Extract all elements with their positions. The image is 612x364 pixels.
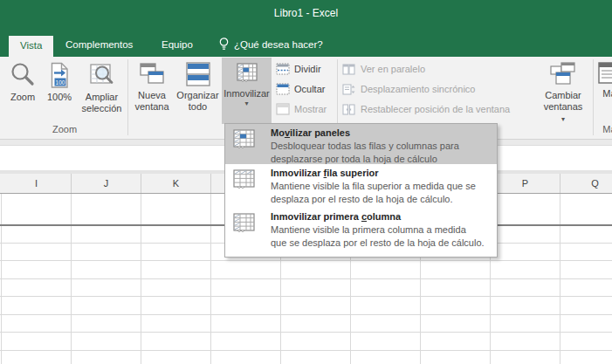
- macros-icon: [598, 61, 612, 86]
- column-header-I[interactable]: I: [2, 174, 72, 193]
- group-divider: [127, 59, 128, 135]
- gridline-horizontal: [0, 314, 612, 315]
- excel-window: { "titlebar": { "title": "Libro1 - Excel…: [0, 0, 612, 364]
- column-header-P[interactable]: P: [491, 174, 560, 193]
- tab-vista[interactable]: Vista: [9, 36, 53, 57]
- column-header-K[interactable]: K: [141, 174, 211, 193]
- reset-position-icon: [342, 104, 355, 115]
- freeze-panes-dropdown-arrow: ▾: [222, 100, 272, 107]
- zoom-selection-icon: [88, 61, 116, 89]
- menu-item-description: Mantiene visible la primera columna a me…: [271, 223, 490, 250]
- arrange-all-icon: [184, 61, 212, 87]
- menu-item-title: Inmovilizar fila superior: [271, 168, 490, 179]
- new-window-button[interactable]: Nueva ventana: [131, 58, 173, 120]
- column-header-Q[interactable]: Q: [560, 174, 612, 193]
- zoom-to-selection-button[interactable]: Ampliar selección: [77, 58, 127, 120]
- zoom-group-label: Zoom: [3, 124, 126, 134]
- hide-icon: [276, 83, 290, 95]
- switch-windows-button[interactable]: Cambiar ventanas ▾: [534, 58, 592, 120]
- tell-me-label: ¿Qué desea hacer?: [234, 39, 323, 50]
- side-by-side-icon: [342, 64, 355, 75]
- zoom-100-label: 100%: [42, 91, 77, 103]
- freeze-panes-menu: Movilizar paneles Desbloquear todas las …: [224, 123, 498, 258]
- synchronous-scrolling-button: Desplazamiento sincrónico: [342, 80, 533, 98]
- zoom-label: Zoom: [3, 91, 42, 103]
- tab-complementos[interactable]: Complementos: [65, 39, 133, 57]
- menu-item-freeze-top-row[interactable]: Inmovilizar fila superior Mantiene visib…: [225, 164, 497, 208]
- title-bar: Libro1 - Excel: [0, 0, 612, 26]
- freeze-top-row-icon: [231, 168, 258, 191]
- menu-item-freeze-first-column[interactable]: Inmovilizar primera columna Mantiene vis…: [225, 208, 497, 257]
- switch-windows-dropdown-arrow: ▾: [561, 115, 565, 123]
- tab-equipo[interactable]: Equipo: [162, 39, 193, 57]
- split-label: Dividir: [294, 64, 321, 74]
- reset-window-position-label: Restablecer posición de la ventana: [361, 104, 510, 114]
- macros-label: Ma: [596, 87, 612, 100]
- unhide-label: Mostrar: [294, 104, 327, 114]
- menu-item-title: Inmovilizar primera columna: [271, 211, 490, 223]
- unhide-icon: [276, 103, 290, 115]
- macros-button[interactable]: Ma: [596, 58, 612, 120]
- menu-item-description: Desbloquear todas las filas y columnas p…: [271, 140, 490, 166]
- freeze-panes-icon: [234, 61, 260, 86]
- svg-text:100: 100: [56, 79, 65, 86]
- reset-window-position-button: Restablecer posición de la ventana: [342, 100, 533, 118]
- menu-item-title: Movilizar paneles: [271, 127, 490, 139]
- side-by-side-label: Ver en paralelo: [361, 64, 425, 74]
- ribbon-tab-bar: Vista Complementos Equipo ¿Qué desea hac…: [0, 26, 612, 57]
- arrange-all-label: Organizar todo: [173, 89, 223, 113]
- switch-windows-icon: [549, 61, 577, 87]
- zoom-100-button[interactable]: 100 100%: [42, 58, 77, 120]
- window-title: Libro1 - Excel: [0, 7, 612, 19]
- magnifier-icon: [9, 61, 37, 89]
- menu-item-unfreeze-panes[interactable]: Movilizar paneles Desbloquear todas las …: [225, 124, 497, 164]
- view-side-by-side-button: Ver en paralelo: [342, 60, 533, 78]
- unhide-button: Mostrar: [276, 100, 337, 118]
- menu-item-description: Mantiene visible la fila superior a medi…: [271, 180, 490, 206]
- split-icon: [276, 63, 290, 75]
- window-disabled-buttons: Ver en paralelo Desplazamiento sincrónic…: [342, 60, 533, 120]
- zoom-button[interactable]: Zoom: [3, 58, 42, 120]
- lightbulb-icon: [218, 37, 230, 52]
- macros-group-label: Ma: [595, 124, 612, 134]
- hide-button[interactable]: Ocultar: [276, 80, 337, 98]
- gridline-horizontal: [0, 260, 612, 261]
- group-divider: [593, 59, 594, 135]
- gridline-horizontal: [0, 278, 612, 279]
- new-window-label: Nueva ventana: [131, 89, 173, 113]
- window-small-buttons: Dividir Ocultar Mostrar: [276, 60, 337, 120]
- freeze-panes-label: Inmovilizar: [222, 87, 272, 100]
- tell-me-box[interactable]: ¿Qué desea hacer?: [218, 37, 323, 57]
- column-header-J[interactable]: J: [72, 174, 141, 193]
- freeze-first-column-icon: [231, 212, 258, 235]
- new-window-icon: [138, 61, 166, 87]
- freeze-panes-button[interactable]: Inmovilizar ▾: [222, 58, 272, 124]
- zoom-100-icon: 100: [45, 61, 73, 89]
- arrange-all-button[interactable]: Organizar todo: [173, 58, 223, 120]
- gridline-horizontal: [0, 332, 612, 333]
- synchronous-scrolling-label: Desplazamiento sincrónico: [361, 84, 475, 94]
- gridline-horizontal: [0, 350, 612, 351]
- gridline-horizontal: [0, 296, 612, 297]
- sync-scroll-icon: [342, 84, 355, 95]
- unfreeze-panes-icon: [231, 128, 258, 151]
- split-button[interactable]: Dividir: [276, 60, 337, 78]
- hide-label: Ocultar: [294, 84, 325, 94]
- switch-windows-label: Cambiar ventanas: [534, 89, 592, 113]
- zoom-to-selection-label: Ampliar selección: [77, 91, 127, 114]
